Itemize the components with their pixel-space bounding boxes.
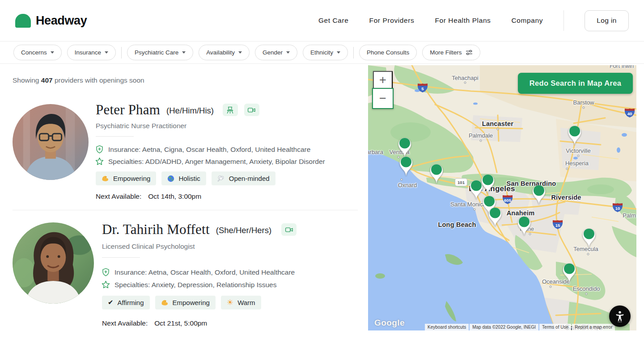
report-error-link[interactable]: Report a map error: [572, 324, 615, 330]
filter-label: Concerns: [21, 49, 47, 56]
map-label-victorville: Victorville: [566, 147, 590, 154]
filter-group-divider: [121, 47, 122, 59]
map-data-text: Map data ©2022 Google, INEGI: [470, 324, 538, 330]
specialties-label: Specialties:: [114, 281, 150, 288]
badge-label: Affirming: [118, 299, 144, 306]
video-session-icon[interactable]: [281, 223, 297, 236]
badge-label: Warm: [237, 299, 255, 306]
map-pin[interactable]: [481, 174, 495, 194]
video-camera-icon: [247, 107, 256, 113]
next-available-value: Oct 14th, 3:00pm: [148, 192, 201, 201]
badge-label: Open-minded: [229, 175, 270, 182]
trait-badge: ☀ Warm: [221, 296, 261, 309]
provider-avatar[interactable]: [13, 222, 94, 304]
filter-label: Gender: [263, 49, 283, 56]
trait-badge: Empowering: [96, 171, 156, 185]
nav-for-health-plans[interactable]: For Health Plans: [435, 17, 491, 25]
map-zoom-in-button[interactable]: +: [373, 71, 393, 89]
filter-label: Availability: [206, 49, 235, 56]
town-dot: [550, 286, 552, 288]
map-panel[interactable]: Fort Irwin Tehachapi Barstow Lancaster P…: [368, 65, 636, 330]
provider-name[interactable]: Dr. Tahirih Moffett: [102, 222, 210, 238]
login-button[interactable]: Log in: [585, 10, 629, 31]
map-pin[interactable]: [517, 216, 531, 236]
divider: [102, 257, 140, 258]
map-pin[interactable]: [563, 263, 576, 283]
chevron-down-icon: [238, 51, 242, 54]
terms-link[interactable]: Terms of Use: [539, 324, 571, 330]
nav-divider: [564, 10, 564, 31]
provider-name-row: Peter Pham (He/Him/His): [96, 102, 259, 118]
filter-concerns[interactable]: Concerns: [13, 45, 62, 60]
map-label-anaheim: Anaheim: [507, 209, 535, 217]
map-label-riverside: Riverside: [551, 194, 581, 201]
insurance-label: Insurance:: [114, 268, 147, 276]
map-label-escondido: Escondido: [573, 285, 600, 292]
nav-company[interactable]: Company: [511, 17, 543, 25]
town-dot: [497, 128, 499, 130]
badge-label: Holistic: [178, 175, 200, 182]
accessibility-widget-button[interactable]: [609, 305, 631, 327]
specialties-list: ADD/ADHD, Anger Management, Anxiety, Bip…: [145, 158, 325, 165]
trait-badge: Holistic: [161, 171, 206, 185]
results-count: Showing 407 providers with openings soon: [13, 76, 144, 84]
brand-wordmark: Headway: [36, 14, 87, 28]
trait-badge: ✔ Affirming: [102, 296, 150, 309]
map-pin[interactable]: [430, 164, 443, 184]
map-label-santa-barbara: Santa Barbara: [368, 149, 383, 155]
accessibility-person-icon: [614, 310, 626, 322]
filter-sliders-icon: [466, 50, 473, 55]
badge-label: Empowering: [173, 299, 210, 306]
shield-plus-icon: [95, 145, 104, 154]
provider-pronouns: (He/Him/His): [166, 106, 214, 116]
map-pin[interactable]: [398, 138, 411, 157]
trait-badges: Empowering Holistic Open-minded: [96, 171, 275, 185]
provider-photo-peter: [13, 104, 89, 180]
badge-label: Empowering: [113, 175, 150, 182]
map-pin[interactable]: [488, 207, 502, 227]
keyboard-shortcuts-link[interactable]: Keyboard shortcuts: [425, 324, 469, 330]
filter-more-filters[interactable]: More Filters: [422, 45, 480, 60]
map-pin[interactable]: [399, 156, 413, 176]
nav-get-care[interactable]: Get Care: [318, 17, 349, 25]
provider-name[interactable]: Peter Pham: [96, 102, 160, 118]
provider-avatar[interactable]: [13, 104, 89, 180]
filter-label: Insurance: [75, 49, 101, 56]
map-pin[interactable]: [568, 125, 581, 145]
filter-psychiatric-care[interactable]: Psychiatric Care: [127, 45, 193, 60]
results-suffix: providers with openings soon: [55, 76, 144, 84]
next-available-label: Next Available:: [96, 192, 141, 201]
specialties-row: Specialties: ADD/ADHD, Anger Management,…: [95, 157, 325, 166]
divider: [96, 136, 134, 137]
filter-ethnicity[interactable]: Ethnicity: [303, 45, 348, 60]
chevron-down-icon: [337, 51, 340, 54]
redo-search-button[interactable]: Redo Search in Map Area: [518, 73, 633, 94]
next-available-label: Next Available:: [102, 319, 148, 327]
headway-logo[interactable]: Headway: [15, 14, 87, 28]
filter-phone-consults[interactable]: Phone Consults: [359, 45, 417, 60]
primary-nav: Get Care For Providers For Health Plans …: [318, 10, 629, 31]
chevron-down-icon: [286, 51, 290, 54]
map-label-tehachapi: Tehachapi: [452, 75, 478, 81]
in-person-session-icon[interactable]: [223, 104, 238, 116]
map-label-barstow: Barstow: [573, 99, 594, 106]
card-divider: [13, 210, 358, 210]
map-pin[interactable]: [532, 185, 546, 205]
filter-gender[interactable]: Gender: [255, 45, 297, 60]
town-dot: [401, 179, 403, 181]
map-pin[interactable]: [582, 228, 596, 248]
filter-insurance[interactable]: Insurance: [67, 45, 116, 60]
results-number: 407: [41, 76, 53, 84]
map-label-palm-springs: Palm Springs: [623, 212, 636, 219]
next-available-row: Next Available: Oct 14th, 3:00pm: [96, 192, 201, 201]
chevron-down-icon: [105, 51, 108, 54]
insurance-list: Aetna, Oscar Health, Oxford, United Heal…: [148, 268, 295, 276]
provider-photo-tahirih: [13, 222, 94, 304]
map-label-hesperia: Hesperia: [565, 160, 589, 167]
map-zoom-out-button[interactable]: −: [372, 88, 394, 109]
nav-for-providers[interactable]: For Providers: [369, 17, 415, 25]
town-dot: [583, 107, 585, 109]
video-session-icon[interactable]: [244, 104, 259, 116]
filter-availability[interactable]: Availability: [199, 45, 250, 60]
map-label-lancaster: Lancaster: [482, 120, 513, 127]
